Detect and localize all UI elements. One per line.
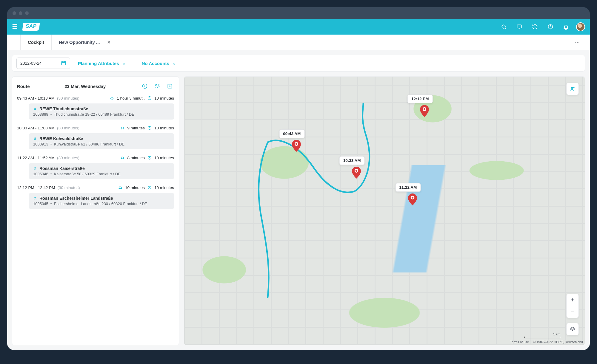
tab-label: Cockpit bbox=[28, 40, 44, 45]
stop-address: 1005045 • Eschersheimer Landstraße 230 /… bbox=[33, 202, 170, 206]
terms-link[interactable]: Terms of use bbox=[510, 340, 529, 344]
info-icon[interactable] bbox=[141, 82, 149, 90]
zoom-in-button[interactable]: + bbox=[567, 294, 578, 306]
svg-point-21 bbox=[35, 108, 36, 109]
stop-card[interactable]: REWE Kuhwaldstraße 1003913 • Kuhwaldstra… bbox=[29, 133, 174, 149]
route-path bbox=[184, 77, 585, 345]
svg-point-36 bbox=[35, 197, 36, 198]
person-icon[interactable] bbox=[567, 83, 578, 95]
drive-time: 1 hour 3 minut.. bbox=[117, 96, 145, 100]
calendar-icon bbox=[61, 60, 66, 66]
layers-icon[interactable] bbox=[567, 323, 578, 335]
walk-icon bbox=[147, 155, 152, 160]
stop-name: Rossman Eschersheimer Landstraße bbox=[39, 196, 113, 201]
stop-time-range: 09:43 AM - 10:13 AM bbox=[17, 96, 55, 100]
tab-cockpit[interactable]: Cockpit bbox=[20, 35, 52, 50]
drive-time: 8 minutes bbox=[127, 156, 145, 160]
svg-point-11 bbox=[145, 85, 145, 85]
add-panel-icon[interactable] bbox=[166, 82, 174, 90]
map-pin[interactable]: 12:12 PM bbox=[420, 105, 429, 117]
map-layers[interactable] bbox=[566, 323, 579, 335]
more-button[interactable]: ⋯ bbox=[570, 35, 585, 50]
svg-point-46 bbox=[573, 87, 574, 88]
search-icon[interactable] bbox=[498, 21, 509, 32]
stop-card[interactable]: Rossman Kaiserstraße 1005046 • Kaiserstr… bbox=[29, 163, 174, 179]
close-icon[interactable]: ✕ bbox=[107, 40, 111, 45]
planning-attributes-button[interactable]: Planning Attributes ⌄ bbox=[74, 58, 130, 69]
divider bbox=[134, 58, 134, 68]
svg-point-4 bbox=[550, 28, 551, 28]
svg-point-44 bbox=[424, 108, 425, 110]
filter-label: No Accounts bbox=[142, 61, 169, 66]
stop-duration: (30 minutes) bbox=[58, 185, 80, 190]
stop-time-range: 10:33 AM - 11:03 AM bbox=[17, 126, 55, 130]
copyright-text: © 1987–2022 HERE, Deutschland bbox=[533, 340, 583, 344]
map-user-locate[interactable] bbox=[566, 83, 579, 95]
map-attribution: Terms of use © 1987–2022 HERE, Deutschla… bbox=[510, 340, 583, 344]
zoom-out-button[interactable]: − bbox=[567, 306, 578, 318]
svg-point-42 bbox=[412, 197, 413, 199]
stop-time-range: 12:12 PM - 12:42 PM bbox=[17, 185, 55, 190]
chat-icon[interactable] bbox=[514, 21, 525, 32]
walk-time: 10 minutes bbox=[154, 126, 174, 130]
stop-address: 1003913 • Kuhwaldstraße 61 / 60486 Frank… bbox=[33, 142, 170, 146]
svg-marker-47 bbox=[570, 327, 575, 329]
pin-icon bbox=[420, 105, 429, 117]
pin-label: 09:43 AM bbox=[279, 129, 304, 138]
walk-time: 10 minutes bbox=[154, 156, 174, 160]
no-accounts-button[interactable]: No Accounts ⌄ bbox=[138, 58, 180, 69]
stop-duration: (30 minutes) bbox=[57, 156, 79, 160]
stop-name: REWE Thudichumstraße bbox=[39, 106, 88, 111]
map-scale: 1 km bbox=[524, 332, 560, 338]
route-date: 23 Mar, Wednesday bbox=[34, 84, 137, 89]
svg-line-1 bbox=[505, 28, 506, 29]
svg-point-30 bbox=[149, 156, 150, 157]
map-pin[interactable]: 11:22 AM bbox=[408, 193, 417, 205]
menu-button[interactable]: ☰ bbox=[12, 23, 18, 31]
svg-point-38 bbox=[296, 143, 297, 145]
stop-name: Rossman Kaiserstraße bbox=[39, 166, 85, 171]
route-title: Route bbox=[17, 84, 30, 89]
date-input[interactable]: 2022-03-24 bbox=[16, 58, 70, 69]
map-pin[interactable]: 09:43 AM bbox=[292, 140, 301, 152]
svg-rect-5 bbox=[61, 61, 66, 65]
avatar[interactable] bbox=[576, 22, 585, 31]
bell-icon[interactable] bbox=[561, 21, 571, 32]
tab-opportunity[interactable]: New Opportunity ... ✕ bbox=[52, 35, 118, 50]
route-stop: 11:22 AM - 11:52 AM (30 minutes) 8 minut… bbox=[17, 155, 174, 179]
stop-card[interactable]: REWE Thudichumstraße 1003888 • Thudichum… bbox=[29, 103, 174, 120]
pin-icon bbox=[352, 167, 361, 179]
pin-icon bbox=[292, 140, 301, 152]
svg-point-40 bbox=[356, 170, 357, 172]
filter-label: Planning Attributes bbox=[78, 61, 119, 66]
stop-duration: (30 minutes) bbox=[57, 96, 79, 100]
drive-time: 9 minutes bbox=[127, 126, 145, 130]
svg-rect-2 bbox=[517, 25, 522, 28]
history-icon[interactable] bbox=[530, 21, 540, 32]
walk-time: 10 minutes bbox=[154, 185, 174, 190]
stop-name: REWE Kuhwaldstraße bbox=[39, 136, 83, 141]
svg-point-12 bbox=[156, 84, 157, 86]
walk-icon bbox=[147, 185, 152, 190]
stop-time-range: 11:22 AM - 11:52 AM bbox=[17, 156, 55, 160]
car-icon bbox=[120, 126, 125, 130]
tab-label: New Opportunity ... bbox=[59, 40, 100, 45]
map[interactable]: 09:43 AM10:33 AM11:22 AM12:12 PM + − 1 k… bbox=[184, 76, 585, 345]
person-icon bbox=[33, 167, 37, 171]
car-icon bbox=[110, 96, 114, 100]
window-dot bbox=[19, 11, 22, 15]
person-icon bbox=[33, 196, 37, 200]
person-icon bbox=[33, 107, 37, 111]
map-pin[interactable]: 10:33 AM bbox=[352, 167, 361, 179]
svg-point-0 bbox=[502, 25, 505, 28]
map-zoom: + − bbox=[566, 294, 579, 318]
people-route-icon[interactable] bbox=[153, 82, 161, 90]
pin-label: 12:12 PM bbox=[407, 95, 433, 103]
stop-card[interactable]: Rossman Eschersheimer Landstraße 1005045… bbox=[29, 193, 174, 209]
route-stop: 10:33 AM - 11:03 AM (30 minutes) 9 minut… bbox=[17, 126, 174, 149]
help-icon[interactable] bbox=[545, 21, 556, 32]
walk-time: 10 minutes bbox=[154, 96, 174, 100]
svg-point-31 bbox=[35, 167, 36, 168]
window-dot bbox=[13, 11, 16, 15]
chevron-down-icon: ⌄ bbox=[172, 61, 176, 66]
